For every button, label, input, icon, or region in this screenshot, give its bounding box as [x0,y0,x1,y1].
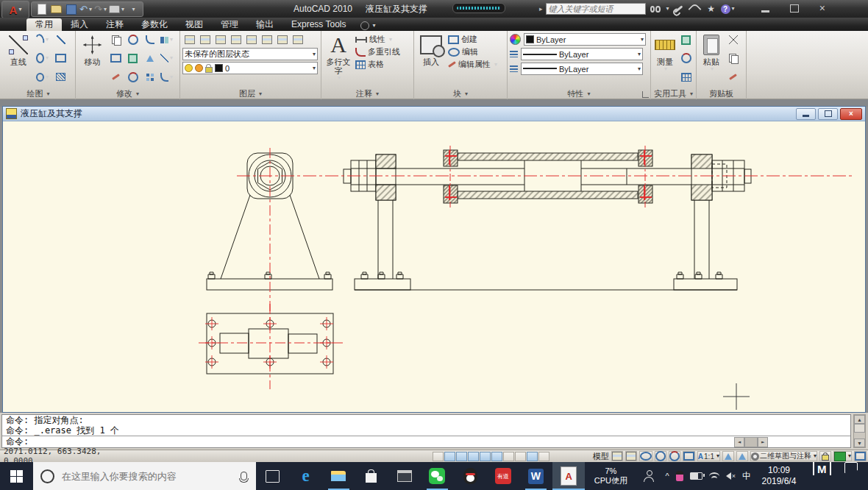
command-history[interactable]: 命令: 指定对角点: 命令: _.erase 找到 1 个 命令: ◄ ► [1,414,851,448]
new-button[interactable] [35,3,48,15]
tab-annotate[interactable]: 注释 [97,18,132,31]
circle-button[interactable]: ▾ [35,52,49,65]
qq-taskbar-button[interactable] [454,462,487,490]
battery-icon[interactable] [690,472,702,480]
taskbar-clock[interactable]: 10:09 2019/6/4 [755,462,803,490]
quick-calc-button[interactable] [679,52,693,65]
cpu-usage-widget[interactable]: 7% CPU使用 [585,462,636,490]
subscription-center-button[interactable] [672,2,686,15]
tray-app-icon[interactable] [676,471,683,481]
showmotion-button[interactable] [683,451,695,461]
favorites-button[interactable]: ★ [705,2,718,15]
tab-home[interactable]: 常用 [26,18,62,31]
panel-clipboard-label[interactable]: 剪贴板 [697,88,746,99]
m-logo-tray-icon[interactable]: M [813,462,831,475]
application-menu-button[interactable]: A ▾ [1,1,29,18]
qp-toggle[interactable] [538,452,549,461]
plot-button[interactable]: ▾ [109,3,124,15]
layer-lock-button[interactable] [275,33,289,46]
linear-dimension-button[interactable]: 线性▾ [355,33,400,46]
taskbar-search-input[interactable] [60,470,235,483]
panel-annotation-label[interactable]: 注释▾ [321,88,413,99]
layer-walk-button[interactable] [291,33,305,46]
help-button[interactable]: ?▾ [721,2,735,15]
chamfer-button[interactable]: ▾ [160,71,174,84]
copy-clip-button[interactable] [726,52,740,65]
taskbar-search-box[interactable] [33,462,257,490]
status-options-button[interactable]: ▾ [833,451,852,461]
layer-off-button[interactable] [260,33,274,46]
panel-layers-label[interactable]: 图层▾ [180,88,321,99]
tab-parametric[interactable]: 参数化 [132,18,177,31]
drawing-canvas[interactable] [3,121,865,412]
break-button[interactable]: ▾ [160,52,174,65]
command-vertical-scrollbar[interactable]: ▲ ▼ [853,414,866,448]
drawing-maximize-button[interactable] [818,108,838,120]
line-button[interactable]: 直线 [4,33,33,88]
dialog-launcher-icon[interactable] [642,91,649,98]
zoom-button[interactable] [655,451,666,461]
hidden-icons-button[interactable]: ^ [665,472,669,480]
layer-freeze-button[interactable] [244,33,258,46]
scroll-right-button[interactable]: ► [758,437,768,447]
rotate-button[interactable] [126,33,140,46]
object-color-dropdown[interactable]: ByLayer▾ [524,33,646,46]
paste-button[interactable]: 粘贴▾ [699,33,724,88]
save-button[interactable] [65,3,77,15]
store-taskbar-button[interactable] [355,462,388,490]
clean-screen-button[interactable] [854,451,867,461]
layer-match-button[interactable] [198,33,212,46]
array-button[interactable] [143,71,157,84]
tab-manage[interactable]: 管理 [212,18,247,31]
command-prompt[interactable]: 命令: [2,436,850,447]
drawing-minimize-button[interactable] [796,108,816,120]
wifi-icon[interactable] [709,472,719,480]
layer-isolate-button[interactable] [229,33,243,46]
hatch-button[interactable] [54,71,68,84]
workspace-switcher[interactable]: 二维草图与注释▾ [750,451,817,461]
tab-view[interactable]: 视图 [177,18,212,31]
youdao-taskbar-button[interactable]: 有道 [486,462,519,490]
pan-button[interactable] [639,451,652,461]
rectangle-button[interactable] [54,52,68,65]
panel-utilities-label[interactable]: 实用工具▾ [651,88,696,99]
annotation-scale-button[interactable]: A1:1▾ [697,451,720,461]
file-explorer-taskbar-button[interactable] [322,462,355,490]
ime-indicator[interactable]: 中 [742,470,751,483]
table-button[interactable]: 表格 [355,58,400,71]
task-view-button[interactable] [256,462,289,490]
collapse-arrow-icon[interactable]: ▸ [539,5,543,13]
autoscale-button[interactable] [736,451,748,461]
infocenter-search-input[interactable] [546,3,646,15]
scroll-down-button[interactable]: ▼ [854,438,865,447]
communication-center-widget[interactable] [452,3,505,13]
drawing-window-title-bar[interactable]: 液压缸及其支撑 × [3,107,865,121]
osnap-toggle[interactable] [480,452,491,461]
polyline-button[interactable] [54,33,68,46]
ribbon-options-button[interactable]: ▾ [360,21,375,31]
trim-button[interactable] [143,33,157,46]
cut-button[interactable] [726,33,740,46]
open-button[interactable] [50,3,63,15]
undo-button[interactable]: ↶▾ [79,3,92,15]
panel-modify-label[interactable]: 修改▾ [76,88,179,99]
app-window-taskbar-button[interactable] [388,462,421,490]
layout2-button[interactable] [625,451,637,461]
layer-state-dropdown[interactable]: 未保存的图层状态▾ [182,48,318,60]
lineweight-dropdown[interactable]: ByLayer▾ [521,48,643,60]
create-block-button[interactable]: 创建 [448,33,497,46]
chevron-down-icon[interactable]: ▾ [666,6,669,12]
erase-button[interactable] [109,71,123,84]
panel-draw-label[interactable]: 绘图▾ [1,88,75,99]
tab-insert[interactable]: 插入 [62,18,97,31]
steering-wheel-button[interactable] [669,451,680,461]
wechat-taskbar-button[interactable] [421,462,454,490]
paste-special-button[interactable] [726,71,740,84]
panel-properties-label[interactable]: 特性▾ [508,88,650,99]
communication-center-button[interactable] [689,2,702,15]
ducs-toggle[interactable] [503,452,514,461]
tab-express-tools[interactable]: Express Tools [282,18,355,31]
grid-toggle[interactable] [444,452,455,461]
volume-muted-icon[interactable]: × [726,472,736,480]
overlap-button[interactable]: ▾ [160,33,174,46]
